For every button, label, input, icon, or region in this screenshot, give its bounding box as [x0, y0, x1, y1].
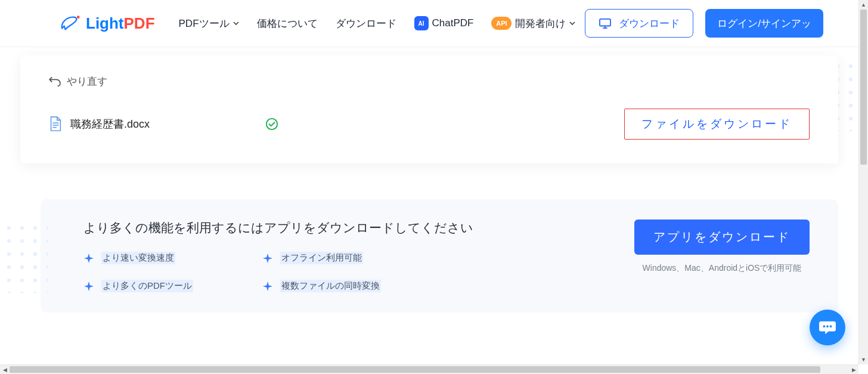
platforms-text: Windows、Mac、AndroidとiOSで利用可能 — [643, 263, 802, 274]
scrollbar-thumb[interactable] — [860, 10, 867, 165]
undo-icon — [49, 77, 61, 86]
redo-label: やり直す — [67, 75, 107, 88]
file-row: 職務経歴書.docx ファイルをダウンロード — [49, 109, 810, 140]
sparkle-icon — [83, 281, 94, 292]
feature-item: より速い変換速度 — [83, 252, 262, 264]
svg-point-9 — [826, 325, 829, 327]
chat-icon — [819, 320, 836, 335]
header: LightPDF PDFツール 価格について ダウンロード AI ChatPDF — [0, 0, 858, 47]
feature-label: より速い変換速度 — [101, 252, 175, 264]
api-badge-icon: API — [491, 17, 512, 30]
svg-point-8 — [823, 325, 826, 327]
download-file-button[interactable]: ファイルをダウンロード — [624, 109, 810, 140]
redo-button[interactable]: やり直す — [49, 75, 810, 88]
button-label: アプリをダウンロード — [653, 230, 790, 243]
conversion-panel: やり直す 職務経歴書.docx — [20, 55, 838, 163]
scrollbar-track[interactable] — [859, 10, 868, 355]
promo-title: より多くの機能を利用するにはアプリをダウンロードしてください — [83, 220, 634, 236]
feature-label: 複数ファイルの同時変換 — [280, 280, 381, 292]
file-name: 職務経歴書.docx — [70, 117, 150, 131]
feature-label: オフライン利用可能 — [280, 252, 363, 264]
desktop-icon — [599, 18, 612, 29]
nav-download[interactable]: ダウンロード — [336, 17, 396, 30]
button-label: ファイルをダウンロード — [641, 118, 792, 130]
decorative-dots — [0, 221, 48, 293]
nav-pdf-tools[interactable]: PDFツール — [179, 17, 239, 30]
nav-developers[interactable]: API 開発者向け — [491, 17, 575, 30]
nav: PDFツール 価格について ダウンロード AI ChatPDF API 開発者向… — [179, 16, 576, 30]
nav-label: 開発者向け — [515, 17, 566, 30]
scroll-right-button[interactable]: ▶ — [849, 365, 858, 374]
svg-point-7 — [266, 119, 277, 129]
feature-label: より多くのPDFツール — [101, 280, 193, 292]
logo-text: LightPDF — [86, 14, 155, 33]
button-label: ダウンロード — [619, 17, 680, 30]
logo-icon — [60, 14, 82, 33]
svg-point-10 — [830, 325, 832, 327]
chat-widget-button[interactable] — [810, 310, 845, 345]
ai-badge-icon: AI — [414, 16, 429, 30]
chevron-down-icon — [569, 21, 575, 25]
svg-point-0 — [77, 16, 80, 18]
check-circle-icon — [265, 118, 278, 131]
vertical-scrollbar[interactable]: ▲ ▼ — [858, 0, 868, 364]
feature-item: 複数ファイルの同時変換 — [262, 280, 441, 292]
nav-label: ChatPDF — [432, 17, 474, 29]
docx-file-icon — [49, 116, 62, 132]
nav-label: PDFツール — [179, 17, 230, 30]
desktop-download-button[interactable]: ダウンロード — [585, 9, 693, 38]
chevron-down-icon — [233, 21, 239, 25]
feature-item: より多くのPDFツール — [83, 280, 262, 292]
login-button[interactable]: ログイン/サインアッ — [705, 9, 823, 38]
nav-label: 価格について — [257, 17, 318, 30]
sparkle-icon — [262, 253, 273, 264]
scroll-down-button[interactable]: ▼ — [859, 355, 868, 364]
sparkle-icon — [262, 281, 273, 292]
button-label: ログイン/サインアッ — [717, 17, 811, 30]
nav-pricing[interactable]: 価格について — [257, 17, 318, 30]
scrollbar-thumb[interactable] — [10, 366, 820, 373]
nav-label: ダウンロード — [336, 17, 396, 30]
scrollbar-track[interactable] — [10, 365, 849, 374]
app-download-button[interactable]: アプリをダウンロード — [634, 220, 810, 255]
nav-chatpdf[interactable]: AI ChatPDF — [414, 16, 474, 30]
scroll-left-button[interactable]: ◀ — [0, 365, 10, 374]
svg-rect-1 — [600, 19, 610, 26]
sparkle-icon — [83, 253, 94, 264]
horizontal-scrollbar[interactable]: ◀ ▶ — [0, 364, 858, 374]
scroll-up-button[interactable]: ▲ — [859, 0, 868, 10]
promo-panel: より多くの機能を利用するにはアプリをダウンロードしてください より速い変換速度 … — [41, 199, 838, 313]
logo[interactable]: LightPDF — [60, 14, 155, 33]
feature-item: オフライン利用可能 — [262, 252, 441, 264]
